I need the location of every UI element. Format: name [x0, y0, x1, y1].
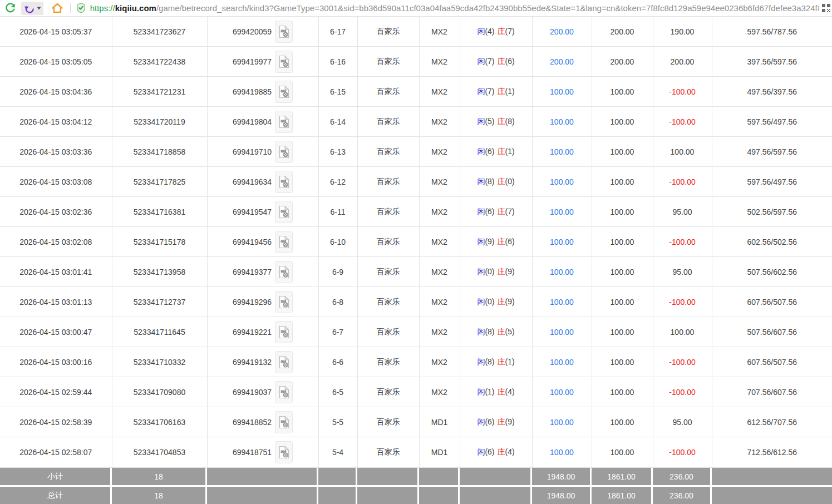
bet-id: 523341711645: [112, 317, 207, 347]
table-row: 2026-04-15 03:00:47 523341711645 6994192…: [0, 317, 832, 347]
game-name: 百家乐: [357, 347, 419, 377]
valid-amount: 100.00: [592, 227, 653, 257]
undo-button[interactable]: [21, 2, 43, 15]
player-points: (6): [485, 147, 494, 156]
shoe-round: 5-5: [318, 407, 357, 437]
game-name: 百家乐: [357, 197, 419, 227]
round-id: 699419710: [233, 147, 272, 156]
banker-points: (8): [505, 117, 515, 126]
round-id: 699420059: [233, 27, 272, 36]
video-replay-button[interactable]: [275, 51, 293, 73]
banker-points: (5): [505, 327, 515, 336]
bet-id: 523341720119: [112, 107, 207, 137]
player-points: (5): [485, 117, 494, 126]
result-cell: 闲(6)庄(4): [460, 437, 532, 467]
table-row: 2026-04-15 02:58:07 523341704853 6994187…: [0, 437, 832, 467]
video-replay-button[interactable]: [275, 411, 293, 433]
video-replay-icon: [279, 446, 289, 459]
shoe-round: 6-14: [318, 107, 357, 137]
player-label: 闲: [477, 327, 485, 336]
video-replay-button[interactable]: [275, 231, 293, 253]
balance: 607.56/507.56: [712, 347, 832, 377]
bet-id: 523341706163: [112, 407, 207, 437]
video-replay-button[interactable]: [275, 21, 293, 43]
balance: 502.56/597.56: [712, 197, 832, 227]
win-loss: -100.00: [653, 377, 712, 407]
video-replay-button[interactable]: [275, 261, 293, 283]
url-domain: kiqiiu.com: [115, 3, 156, 13]
table-code: MX2: [419, 317, 460, 347]
banker-points: (1): [505, 147, 515, 156]
result-cell: 闲(0)庄(9): [460, 257, 532, 287]
balance: 707.56/607.56: [712, 377, 832, 407]
result-cell: 闲(8)庄(0): [460, 167, 532, 197]
video-replay-button[interactable]: [275, 111, 293, 133]
result-cell: 闲(8)庄(1): [460, 347, 532, 377]
table-code: MX2: [419, 47, 460, 77]
valid-amount: 100.00: [592, 377, 653, 407]
round-cell: 699420059: [207, 17, 318, 47]
round-cell: 699419885: [207, 77, 318, 107]
valid-amount: 100.00: [592, 317, 653, 347]
player-points: (4): [485, 27, 494, 36]
banker-points: (1): [505, 357, 515, 366]
video-replay-button[interactable]: [275, 171, 293, 193]
video-replay-button[interactable]: [275, 351, 293, 373]
shoe-round: 6-5: [318, 377, 357, 407]
bet-time: 2026-04-15 03:04:36: [0, 77, 112, 107]
round-cell: 699419710: [207, 137, 318, 167]
bet-time: 2026-04-15 03:00:47: [0, 317, 112, 347]
banker-label: 庄: [498, 237, 505, 246]
bet-time: 2026-04-15 02:59:44: [0, 377, 112, 407]
bet-amount: 100.00: [532, 197, 592, 227]
bet-time: 2026-04-15 03:02:08: [0, 227, 112, 257]
shoe-round: 6-11: [318, 197, 357, 227]
table-code: MD1: [419, 407, 460, 437]
video-replay-button[interactable]: [275, 291, 293, 313]
bet-time: 2026-04-15 03:03:08: [0, 167, 112, 197]
shoe-round: 6-6: [318, 347, 357, 377]
reload-button[interactable]: [3, 1, 18, 16]
win-loss: -100.00: [653, 107, 712, 137]
banker-label: 庄: [498, 297, 505, 306]
round-cell: 699419456: [207, 227, 318, 257]
balance: 497.56/397.56: [712, 77, 832, 107]
table-row: 2026-04-15 03:04:36 523341721231 6994198…: [0, 77, 832, 107]
video-replay-button[interactable]: [275, 321, 293, 343]
video-replay-button[interactable]: [275, 141, 293, 163]
win-loss: 95.00: [653, 257, 712, 287]
address-bar[interactable]: https://kiqiiu.com/game/betrecord_search…: [90, 3, 819, 13]
player-points: (8): [485, 357, 494, 366]
win-loss: -100.00: [653, 227, 712, 257]
banker-points: (6): [505, 57, 515, 66]
table-code: MX2: [419, 197, 460, 227]
bet-time: 2026-04-15 03:01:41: [0, 257, 112, 287]
banker-points: (0): [505, 177, 515, 186]
win-loss: -100.00: [653, 347, 712, 377]
player-points: (9): [485, 237, 494, 246]
total-valid: 1861.00: [592, 487, 653, 504]
player-points: (6): [485, 207, 494, 216]
video-replay-icon: [279, 55, 289, 68]
banker-points: (4): [505, 447, 515, 456]
subtotal-label: 小计: [0, 468, 112, 485]
qr-code-button[interactable]: [821, 3, 831, 13]
video-replay-button[interactable]: [275, 381, 293, 403]
round-cell: 699419221: [207, 317, 318, 347]
balance: 507.56/602.56: [712, 257, 832, 287]
valid-amount: 100.00: [592, 197, 653, 227]
bet-id: 523341716381: [112, 197, 207, 227]
shoe-round: 6-16: [318, 47, 357, 77]
banker-label: 庄: [498, 357, 505, 366]
video-replay-button[interactable]: [275, 441, 293, 463]
video-replay-icon: [279, 295, 289, 309]
site-security-badge[interactable]: [76, 3, 86, 14]
video-replay-button[interactable]: [275, 201, 293, 223]
player-points: (6): [485, 447, 494, 456]
player-label: 闲: [477, 87, 485, 96]
balance: 397.56/597.56: [712, 47, 832, 77]
video-replay-button[interactable]: [275, 81, 293, 103]
bet-amount: 100.00: [532, 167, 592, 197]
win-loss: 200.00: [653, 47, 712, 77]
home-button[interactable]: [50, 1, 65, 16]
